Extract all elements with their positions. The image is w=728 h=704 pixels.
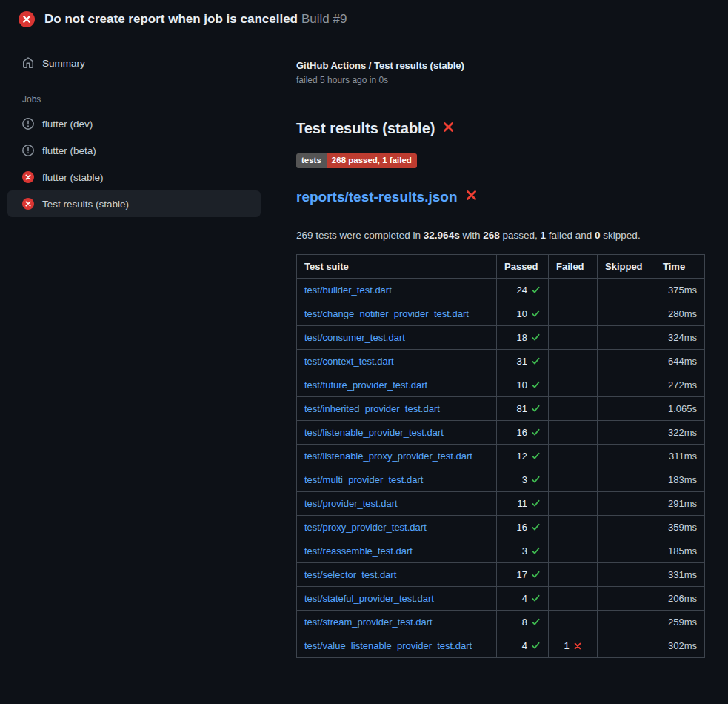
- suite-cell: test/multi_provider_test.dart: [297, 468, 497, 491]
- section-title: Test results (stable): [296, 120, 704, 137]
- test-suite-link[interactable]: test/listenable_provider_test.dart: [304, 427, 444, 438]
- test-suite-link[interactable]: test/future_provider_test.dart: [304, 379, 427, 391]
- check-icon: [531, 285, 541, 295]
- test-suite-link[interactable]: test/inherited_provider_test.dart: [304, 403, 440, 414]
- check-icon: [531, 451, 541, 461]
- test-results-table: Test suite Passed Failed Skipped Time te…: [296, 254, 705, 658]
- test-suite-link[interactable]: test/consumer_test.dart: [304, 332, 405, 343]
- job-label: Test results (stable): [42, 199, 129, 210]
- sidebar-item-summary[interactable]: Summary: [7, 50, 261, 76]
- test-suite-link[interactable]: test/stateful_provider_test.dart: [304, 593, 434, 604]
- cancelled-status-icon: [22, 145, 34, 156]
- passed-cell: 81: [497, 396, 549, 420]
- section-title-text: Test results (stable): [296, 120, 435, 137]
- skipped-cell: [598, 610, 655, 634]
- table-row: test/reassemble_test.dart3185ms: [297, 539, 705, 562]
- jobs-section-label: Jobs: [22, 94, 261, 104]
- table-row: test/listenable_provider_test.dart16322m…: [297, 420, 705, 444]
- check-icon: [531, 522, 541, 532]
- sidebar-item-job-test-results-stable[interactable]: Test results (stable): [7, 190, 261, 217]
- test-suite-link[interactable]: test/change_notifier_provider_test.dart: [304, 308, 469, 319]
- skipped-cell: [598, 373, 655, 396]
- report-link[interactable]: reports/test-results.json: [296, 189, 458, 205]
- check-icon: [531, 594, 541, 603]
- test-suite-link[interactable]: test/stream_provider_test.dart: [304, 617, 433, 628]
- passed-cell: 3: [497, 468, 549, 491]
- time-cell: 291ms: [655, 491, 705, 515]
- fail-x-icon: [442, 120, 455, 137]
- skipped-cell: [598, 634, 655, 657]
- failed-cell: [549, 396, 598, 420]
- col-time: Time: [655, 254, 705, 278]
- sidebar-item-job-flutter-dev[interactable]: flutter (dev): [7, 110, 261, 137]
- table-row: test/inherited_provider_test.dart811.065…: [297, 396, 705, 420]
- passed-cell: 11: [497, 491, 549, 515]
- badge-label: tests: [296, 153, 327, 168]
- summary-duration: 32.964s: [424, 230, 460, 241]
- check-icon: [531, 380, 541, 390]
- check-icon: [531, 546, 541, 556]
- time-cell: 644ms: [655, 349, 705, 373]
- failed-cell: [549, 562, 598, 586]
- table-row: test/consumer_test.dart18324ms: [297, 325, 705, 349]
- passed-cell: 18: [497, 325, 549, 349]
- time-cell: 206ms: [655, 586, 705, 610]
- failed-cell: [549, 515, 598, 539]
- time-cell: 185ms: [655, 539, 705, 562]
- suite-cell: test/listenable_provider_test.dart: [297, 420, 497, 444]
- passed-cell: 17: [497, 562, 549, 586]
- test-suite-link[interactable]: test/listenable_proxy_provider_test.dart: [304, 451, 472, 462]
- failed-status-icon: [22, 198, 34, 210]
- col-skipped: Skipped: [598, 254, 655, 278]
- check-icon: [531, 499, 541, 508]
- page-header: Do not create report when job is cancell…: [0, 0, 728, 35]
- skipped-cell: [598, 539, 655, 562]
- report-title: reports/test-results.json: [296, 189, 704, 205]
- summary-failed: 1: [541, 230, 547, 241]
- suite-cell: test/change_notifier_provider_test.dart: [297, 302, 497, 325]
- run-title: Do not create report when job is cancell…: [44, 12, 298, 26]
- time-cell: 331ms: [655, 562, 705, 586]
- skipped-cell: [598, 586, 655, 610]
- suite-cell: test/builder_test.dart: [297, 278, 497, 302]
- suite-cell: test/proxy_provider_test.dart: [297, 515, 497, 539]
- suite-cell: test/selector_test.dart: [297, 562, 497, 586]
- time-cell: 259ms: [655, 610, 705, 634]
- time-cell: 302ms: [655, 634, 705, 657]
- check-icon: [531, 333, 541, 342]
- col-failed: Failed: [549, 254, 598, 278]
- test-suite-link[interactable]: test/selector_test.dart: [304, 569, 396, 580]
- time-cell: 322ms: [655, 420, 705, 444]
- skipped-cell: [598, 278, 655, 302]
- suite-cell: test/reassemble_test.dart: [297, 539, 497, 562]
- test-suite-link[interactable]: test/proxy_provider_test.dart: [304, 522, 427, 533]
- skipped-cell: [598, 491, 655, 515]
- summary-skipped: 0: [595, 230, 601, 241]
- failed-cell: [549, 444, 598, 468]
- passed-cell: 3: [497, 539, 549, 562]
- main-content: GitHub Actions / Test results (stable) f…: [273, 35, 728, 658]
- failed-cell: [549, 325, 598, 349]
- test-suite-link[interactable]: test/context_test.dart: [304, 356, 394, 367]
- job-label: flutter (stable): [42, 172, 104, 183]
- test-suite-link[interactable]: test/reassemble_test.dart: [304, 545, 413, 557]
- failed-cell: [549, 539, 598, 562]
- suite-cell: test/provider_test.dart: [297, 491, 497, 515]
- test-suite-link[interactable]: test/builder_test.dart: [304, 285, 392, 296]
- time-cell: 183ms: [655, 468, 705, 491]
- suite-cell: test/context_test.dart: [297, 349, 497, 373]
- skipped-cell: [598, 562, 655, 586]
- test-suite-link[interactable]: test/provider_test.dart: [304, 498, 398, 509]
- failed-cell: [549, 420, 598, 444]
- table-row: test/change_notifier_provider_test.dart1…: [297, 302, 705, 325]
- suite-cell: test/listenable_proxy_provider_test.dart: [297, 444, 497, 468]
- passed-cell: 4: [497, 634, 549, 657]
- failed-cell: [549, 278, 598, 302]
- time-cell: 280ms: [655, 302, 705, 325]
- sidebar-item-job-flutter-beta[interactable]: flutter (beta): [7, 137, 261, 164]
- test-suite-link[interactable]: test/value_listenable_provider_test.dart: [304, 640, 472, 651]
- table-row: test/provider_test.dart11291ms: [297, 491, 705, 515]
- sidebar-item-job-flutter-stable[interactable]: flutter (stable): [7, 164, 261, 190]
- skipped-cell: [598, 515, 655, 539]
- test-suite-link[interactable]: test/multi_provider_test.dart: [304, 474, 423, 485]
